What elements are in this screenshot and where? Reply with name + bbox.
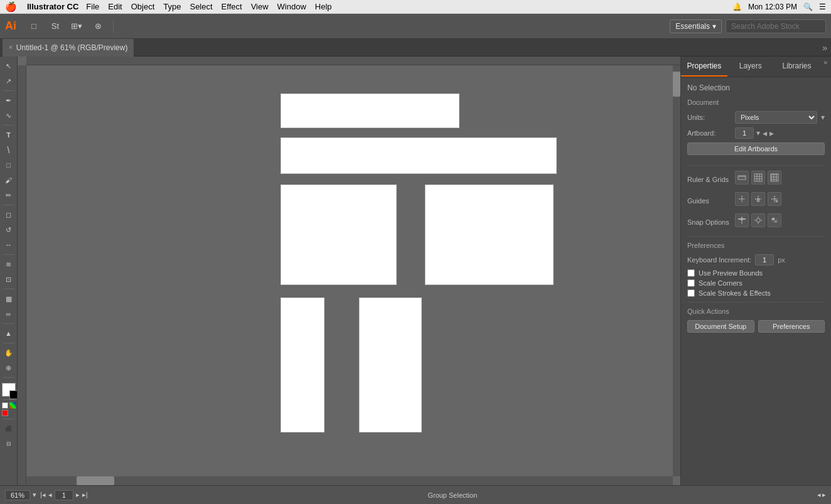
scale-strokes-label[interactable]: Scale Strokes & Effects	[699, 289, 771, 297]
artboard-number-input[interactable]	[735, 127, 754, 139]
svg-point-34	[756, 218, 760, 222]
keyboard-increment-input[interactable]	[755, 254, 774, 265]
app-name[interactable]: Illustrator CC	[27, 2, 78, 11]
edit-artboards-button[interactable]: Edit Artboards	[687, 142, 825, 155]
notification-icon[interactable]: 🔔	[732, 3, 742, 11]
menu-select[interactable]: Select	[190, 2, 212, 11]
use-preview-bounds-label[interactable]: Use Preview Bounds	[699, 269, 763, 277]
scale-corners-checkbox[interactable]	[687, 279, 695, 287]
new-document-icon[interactable]: □	[25, 18, 43, 35]
tab-properties[interactable]: Properties	[681, 56, 727, 77]
hand-tool[interactable]: ✋	[2, 346, 16, 360]
lock-guides-icon[interactable]	[751, 192, 765, 206]
prev-artboard-button[interactable]: ◂	[48, 491, 52, 499]
tab-libraries[interactable]: Libraries	[774, 56, 820, 77]
graph-tool[interactable]: ▦	[2, 292, 16, 306]
menu-object[interactable]: Object	[131, 2, 155, 11]
selection-tool[interactable]: ↖	[2, 59, 16, 73]
menu-type[interactable]: Type	[163, 2, 181, 11]
eraser-tool[interactable]: ◻	[2, 208, 16, 222]
artboard-resize-icon[interactable]: ⊟	[2, 437, 16, 451]
pixel-grid-icon[interactable]	[768, 171, 781, 185]
artboard-prev-button[interactable]: ◂	[763, 128, 767, 138]
menu-view[interactable]: View	[251, 2, 269, 11]
no-selection-label: No Selection	[687, 83, 825, 92]
first-artboard-button[interactable]: |◂	[40, 491, 46, 499]
preferences-button[interactable]: Preferences	[758, 320, 825, 333]
color-mode-icons	[2, 402, 16, 416]
next-artboard-button[interactable]: ▸	[76, 491, 80, 499]
status-center: Group Selection	[92, 491, 813, 499]
direct-selection-tool[interactable]: ↗	[2, 74, 16, 88]
ruler-icon[interactable]	[735, 171, 749, 185]
snap-to-pixel-icon[interactable]	[768, 213, 781, 227]
snap-to-grid-icon[interactable]	[735, 213, 749, 227]
clear-guides-icon[interactable]	[768, 192, 781, 206]
canvas-area[interactable]	[18, 56, 680, 485]
free-transform-tool[interactable]: ⊡	[2, 272, 16, 286]
use-preview-bounds-checkbox[interactable]	[687, 269, 695, 277]
tab-layers[interactable]: Layers	[727, 56, 774, 77]
search-icon[interactable]: 🔍	[803, 3, 813, 11]
artboard-next-button[interactable]: ▸	[769, 128, 774, 138]
tab-expand-arrow[interactable]: »	[818, 43, 831, 53]
line-tool[interactable]: \	[2, 143, 16, 157]
search-stock-input[interactable]	[726, 19, 826, 33]
last-artboard-button[interactable]: ▸|	[82, 491, 88, 499]
scroll-right-button[interactable]: ▸	[822, 491, 826, 499]
menu-help[interactable]: Help	[315, 2, 332, 11]
none-color[interactable]	[2, 402, 8, 409]
document-setup-button[interactable]: Document Setup	[687, 320, 754, 333]
color-icon[interactable]	[2, 410, 8, 416]
rectangle-tool[interactable]: □	[2, 158, 16, 172]
divider-2	[687, 236, 825, 237]
menu-effect[interactable]: Effect	[222, 2, 242, 11]
stroke-color-swatch[interactable]	[9, 390, 18, 399]
apple-menu[interactable]: 🍎	[5, 1, 17, 13]
template-icon[interactable]: St	[46, 18, 64, 35]
scale-strokes-checkbox[interactable]	[687, 289, 695, 297]
scroll-thumb-vertical[interactable]	[673, 72, 680, 97]
clock: Mon 12:03 PM	[748, 3, 797, 11]
rotate-tool[interactable]: ↺	[2, 223, 16, 237]
reflect-tool[interactable]: ↔	[2, 238, 16, 252]
scroll-left-button[interactable]: ◂	[817, 491, 821, 499]
menu-edit[interactable]: Edit	[108, 2, 122, 11]
essentials-button[interactable]: Essentials ▾	[670, 19, 722, 33]
paintbrush-tool[interactable]: 🖌	[2, 173, 16, 187]
curvature-tool[interactable]: ∿	[2, 109, 16, 122]
gradient-color[interactable]	[9, 402, 16, 409]
keyboard-increment-unit: px	[778, 256, 785, 264]
pencil-tool[interactable]: ✏	[2, 188, 16, 202]
menu-file[interactable]: File	[86, 2, 99, 11]
units-select[interactable]: Pixels	[735, 111, 817, 124]
scroll-thumb-horizontal[interactable]	[77, 476, 114, 485]
guides-icons	[735, 192, 781, 206]
type-tool[interactable]: T	[2, 128, 16, 142]
menu-window[interactable]: Window	[277, 2, 306, 11]
app-toolbar: Ai □ St ⊞▾ ⊛ Essentials ▾	[0, 14, 831, 39]
tab-close-button[interactable]: ×	[9, 44, 13, 51]
ai-logo: Ai	[5, 19, 16, 33]
pen-tool[interactable]: ✒	[2, 94, 16, 107]
scale-corners-label[interactable]: Scale Corners	[699, 279, 743, 287]
transform-icon[interactable]: ⊛	[89, 18, 107, 35]
zoom-dropdown-arrow[interactable]: ▾	[33, 491, 36, 499]
panel-collapse-button[interactable]: »	[820, 56, 831, 77]
blend-tool[interactable]: ∞	[2, 307, 16, 321]
screen-mode-icon[interactable]: ⬛	[2, 422, 16, 436]
artboard-num-status[interactable]	[55, 490, 73, 500]
zoom-input[interactable]	[5, 490, 30, 500]
zoom-tool[interactable]: ⊕	[2, 361, 16, 375]
scroll-bar-horizontal[interactable]	[26, 476, 673, 485]
show-guides-icon[interactable]	[735, 192, 749, 206]
warp-tool[interactable]: ≋	[2, 257, 16, 271]
fill-color-swatch[interactable]	[2, 383, 16, 397]
grid-icon[interactable]	[751, 171, 765, 185]
eyedropper-tool[interactable]: ▲	[2, 326, 16, 340]
document-tab[interactable]: × Untitled-1 @ 61% (RGB/Preview)	[3, 39, 134, 56]
scroll-bar-vertical[interactable]	[673, 65, 680, 476]
menu-icon[interactable]: ☰	[819, 3, 826, 11]
arrange-icon[interactable]: ⊞▾	[68, 18, 85, 35]
snap-to-point-icon[interactable]	[751, 213, 765, 227]
